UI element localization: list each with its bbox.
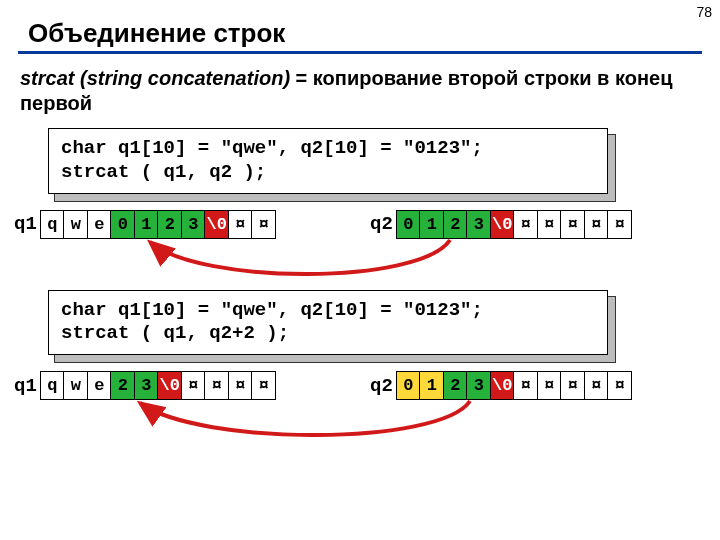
- code-block-2: char q1[10] = "qwe", q2[10] = "0123"; st…: [48, 290, 608, 356]
- code-text-2: char q1[10] = "qwe", q2[10] = "0123"; st…: [48, 290, 608, 356]
- subtitle-fn: strcat: [20, 67, 74, 89]
- array-row-2: q1 qwe23\0¤¤¤¤ q2 0123\0¤¤¤¤¤: [0, 371, 720, 437]
- arrow-2: [0, 371, 720, 437]
- subtitle-paren: (string concatenation): [80, 67, 290, 89]
- title-rule: [18, 51, 702, 54]
- subtitle: strcat (string concatenation) = копирова…: [20, 66, 700, 116]
- code-text-1: char q1[10] = "qwe", q2[10] = "0123"; st…: [48, 128, 608, 194]
- slide-title: Объединение строк: [28, 18, 720, 49]
- arrow-1: [0, 210, 720, 276]
- array-row-1: q1 qwe0123\0¤¤ q2 0123\0¤¤¤¤¤: [0, 210, 720, 276]
- page-number: 78: [696, 4, 712, 20]
- code-block-1: char q1[10] = "qwe", q2[10] = "0123"; st…: [48, 128, 608, 194]
